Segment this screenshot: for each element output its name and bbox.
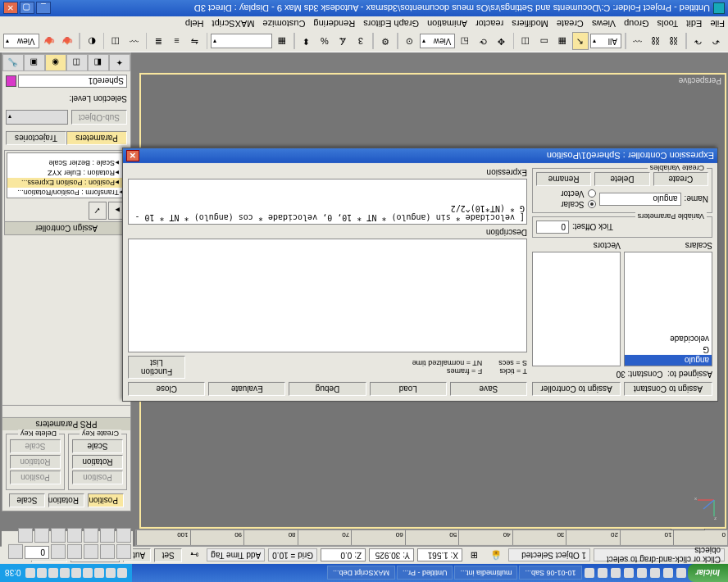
layer-icon[interactable]: ≣: [150, 33, 166, 51]
menu-help[interactable]: Help: [185, 19, 204, 29]
tray-icon[interactable]: [94, 568, 104, 578]
menu-tools[interactable]: Tools: [657, 19, 679, 29]
render-preset-combo[interactable]: View: [3, 34, 39, 49]
quick-render-icon[interactable]: 🫖: [41, 33, 57, 51]
prev-frame-icon[interactable]: [100, 544, 115, 559]
ck-scale[interactable]: Scale: [72, 439, 123, 453]
motion-tab-icon[interactable]: ◉: [45, 54, 66, 71]
scalars-listbox[interactable]: angulo G velocidade: [624, 252, 712, 366]
coord-mode-icon[interactable]: ⊞: [466, 547, 484, 565]
close-icon[interactable]: ✕: [3, 2, 18, 15]
tray-icon[interactable]: [117, 568, 127, 578]
task-item[interactable]: 10-01-06 Sab...: [519, 566, 581, 580]
tree-item[interactable]: ▸ Transform : Position/Rotation...: [7, 188, 125, 198]
debug-button[interactable]: Debug: [289, 382, 366, 396]
link-icon[interactable]: ⛓: [666, 33, 682, 51]
trajectories-tab[interactable]: Trajectories: [6, 131, 66, 145]
function-list-button[interactable]: Function List: [128, 356, 185, 379]
ck-rotation[interactable]: Rotation: [72, 455, 123, 469]
schematic-view-icon[interactable]: ◫: [107, 33, 124, 51]
tree-item[interactable]: ▸ Scale : Bezier Scale: [7, 158, 125, 168]
controller-tree[interactable]: ▸ Transform : Position/Rotation... ▸ Pos…: [7, 152, 126, 198]
render-scene-icon[interactable]: 🫖: [59, 33, 75, 51]
play-icon[interactable]: [84, 544, 98, 559]
position-btn[interactable]: Position: [88, 493, 124, 507]
select-manipulate-icon[interactable]: ⚙: [377, 33, 394, 51]
select-icon[interactable]: ↖: [572, 33, 589, 51]
create-tab-icon[interactable]: ✦: [109, 54, 130, 71]
x-coord[interactable]: [417, 549, 462, 562]
snap-toggle-icon[interactable]: 3: [353, 33, 369, 51]
parameters-tab[interactable]: Parameters: [66, 131, 127, 145]
tray-icon[interactable]: [60, 568, 70, 578]
tray-icon[interactable]: [25, 568, 35, 578]
menu-rendering[interactable]: Rendering: [313, 19, 355, 29]
menu-views[interactable]: Views: [592, 19, 616, 29]
goto-end-icon[interactable]: [51, 544, 66, 559]
sub-object-button[interactable]: Sub-Object: [71, 110, 127, 125]
tray-icon[interactable]: [83, 568, 93, 578]
quicklaunch-icon[interactable]: [637, 568, 647, 578]
select-region-icon[interactable]: ▭: [535, 33, 552, 51]
tray-icon[interactable]: [106, 568, 116, 578]
make-default-icon[interactable]: ✓: [89, 202, 107, 220]
vectors-listbox[interactable]: [532, 252, 621, 366]
selection-filter-combo[interactable]: All: [590, 34, 621, 49]
reference-coord-combo[interactable]: View: [420, 34, 456, 49]
menu-create[interactable]: Create: [557, 19, 584, 29]
list-item[interactable]: velocidade: [625, 334, 712, 344]
quicklaunch-icon[interactable]: [663, 568, 673, 578]
variable-name-input[interactable]: [599, 193, 681, 206]
menu-edit[interactable]: Edit: [686, 19, 702, 29]
assign-controller-button[interactable]: Assign to Controller: [532, 382, 621, 396]
scale-icon[interactable]: ◱: [457, 33, 473, 51]
lock-icon[interactable]: 🔒: [487, 547, 505, 565]
delete-var-button[interactable]: Delete: [594, 172, 649, 186]
add-time-tag[interactable]: Add Time Tag: [207, 549, 265, 562]
modify-tab-icon[interactable]: ◧: [88, 54, 109, 71]
maximize-viewport-icon[interactable]: [51, 528, 66, 543]
list-item[interactable]: angulo: [625, 355, 712, 366]
task-item[interactable]: Untitled - Pr...: [397, 566, 453, 580]
region-zoom-icon[interactable]: [18, 528, 33, 543]
spinner-snap-icon[interactable]: ⬍: [298, 33, 315, 51]
time-config-icon[interactable]: [8, 544, 23, 559]
dk-scale[interactable]: Scale: [10, 439, 61, 453]
tree-item[interactable]: ▸ Rotation : Euler XYZ: [7, 168, 125, 178]
quicklaunch-icon[interactable]: [676, 568, 686, 578]
unlink-icon[interactable]: ⛓: [648, 33, 664, 51]
expression-textarea[interactable]: [ velocidade * sin (angulo) * NT * 10, 0…: [128, 179, 527, 225]
close-button[interactable]: Close: [128, 382, 205, 396]
bind-space-warp-icon[interactable]: 〰: [630, 33, 646, 51]
task-item[interactable]: multimedia int...: [454, 566, 517, 580]
menu-file[interactable]: File: [710, 19, 725, 29]
start-button[interactable]: Iniciar: [688, 564, 728, 582]
assign-controller-header[interactable]: Assign Controller: [5, 221, 128, 234]
curve-editor-icon[interactable]: 〰: [125, 33, 142, 51]
dialog-titlebar[interactable]: Expression Controller : Sphere01\Positio…: [123, 148, 717, 163]
arc-rotate-icon[interactable]: [67, 528, 82, 543]
hierarchy-tab-icon[interactable]: ◫: [66, 54, 88, 71]
quicklaunch-icon[interactable]: [598, 568, 607, 578]
quicklaunch-icon[interactable]: [624, 568, 634, 578]
prs-header[interactable]: PRS Parameters: [2, 417, 130, 430]
window-crossing-icon[interactable]: ◫: [517, 33, 534, 51]
menu-modifiers[interactable]: Modifiers: [512, 19, 548, 29]
redo-icon[interactable]: ↷: [690, 33, 707, 51]
tray-icon[interactable]: [71, 568, 81, 578]
menu-customize[interactable]: Customize: [262, 19, 305, 29]
undo-icon[interactable]: ↶: [708, 33, 725, 51]
app-titlebar[interactable]: Untitled - Project Folder: C:\Documents …: [0, 0, 728, 16]
tray-icon[interactable]: [48, 568, 58, 578]
vector-radio[interactable]: Vector: [561, 189, 595, 198]
tree-item[interactable]: ▸ Position : Position Express...: [7, 178, 125, 188]
object-name-field[interactable]: [18, 75, 127, 88]
y-coord[interactable]: [369, 549, 414, 562]
utilities-tab-icon[interactable]: 🔧: [2, 54, 24, 71]
angle-snap-icon[interactable]: ∡: [334, 33, 351, 51]
dk-position[interactable]: Position: [10, 471, 61, 484]
autokey-toggle[interactable]: 🗝: [185, 547, 203, 565]
tick-offset-input[interactable]: [536, 221, 569, 234]
load-button[interactable]: Load: [370, 382, 447, 396]
menu-animation[interactable]: Animation: [427, 19, 467, 29]
